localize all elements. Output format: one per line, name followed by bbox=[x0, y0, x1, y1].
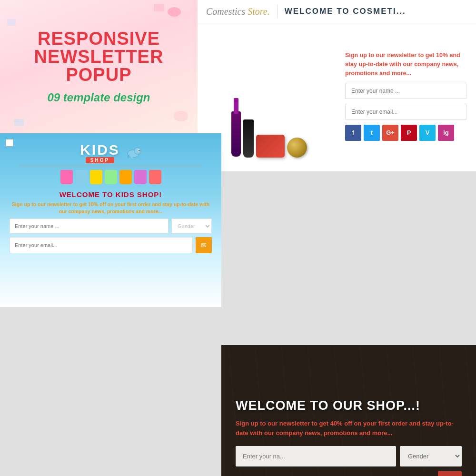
kids-form: Gender Male Female ✉ bbox=[10, 218, 212, 253]
social-facebook[interactable]: f bbox=[345, 125, 361, 141]
kids-submit-icon: ✉ bbox=[201, 241, 207, 249]
clothing-name-row: Gender Male Female bbox=[236, 446, 462, 466]
kids-bird-icon bbox=[125, 146, 141, 160]
kids-clothes-string bbox=[20, 166, 202, 166]
cosmetics-name-input[interactable] bbox=[345, 83, 466, 99]
kids-email-input[interactable] bbox=[10, 237, 193, 253]
kids-name-input[interactable] bbox=[10, 218, 169, 234]
social-google[interactable]: G+ bbox=[382, 125, 398, 141]
kids-logo-row: KIDS SHOP bbox=[80, 143, 141, 163]
svg-point-1 bbox=[134, 148, 141, 154]
kids-logo-text: KIDS SHOP bbox=[80, 143, 120, 163]
kids-clothes-line bbox=[10, 170, 212, 184]
cosmetics-body: Sign up to our newsletter to get 10% and… bbox=[198, 23, 476, 169]
kids-word: KIDS bbox=[80, 143, 120, 157]
clothing-form: Gender Male Female ✉ bbox=[236, 446, 462, 476]
clothes-item-1 bbox=[60, 170, 73, 184]
clothing-gender-select[interactable]: Gender Male Female bbox=[400, 446, 462, 466]
cosmetics-email-input[interactable] bbox=[345, 104, 466, 120]
product-palette bbox=[256, 135, 285, 158]
kids-inner: KIDS SHOP bbox=[0, 133, 221, 307]
product-mascara bbox=[231, 98, 241, 157]
social-instagram[interactable]: ig bbox=[438, 125, 454, 141]
clothing-name-input[interactable] bbox=[236, 446, 396, 466]
kids-close-checkbox[interactable] bbox=[6, 139, 13, 147]
social-pinterest[interactable]: P bbox=[401, 125, 417, 141]
kids-shop-panel: KIDS SHOP bbox=[0, 133, 221, 307]
kids-gender-select[interactable]: Gender Male Female bbox=[171, 218, 212, 234]
cosmetics-welcome-text: WELCOME TO COSMETI... bbox=[285, 7, 406, 16]
product-tube bbox=[243, 119, 254, 158]
clothing-desc: Sign up to our newsletter to get 40% off… bbox=[236, 419, 462, 437]
clothes-item-7 bbox=[149, 170, 161, 184]
clothes-item-5 bbox=[119, 170, 132, 184]
cosmetics-social-row: f t G+ P V ig bbox=[345, 125, 466, 141]
cosmetics-form: Sign up to our newsletter to get 10% and… bbox=[340, 23, 476, 169]
cosmetics-logo: Comestics Store. bbox=[206, 6, 270, 17]
clothes-item-4 bbox=[105, 170, 117, 184]
clothes-item-6 bbox=[134, 170, 147, 184]
kids-desc-text: Sign up to our newsletter to get 10% off… bbox=[10, 201, 212, 215]
clothing-submit-button[interactable]: ✉ bbox=[438, 471, 462, 476]
clothing-content: WELCOME TO OUR SHOP...! Sign up to our n… bbox=[221, 345, 476, 476]
banner-panel: RESPONSIVE NEWSLETTER POPUP 09 template … bbox=[0, 0, 198, 133]
banner-title-line2: NEWSLETTER POPUP bbox=[0, 48, 198, 84]
cosmetics-panel: Comestics Store. WELCOME TO COSMETI... bbox=[198, 0, 476, 171]
svg-point-3 bbox=[139, 150, 139, 151]
kids-name-row: Gender Male Female bbox=[10, 218, 212, 234]
kids-submit-button[interactable]: ✉ bbox=[196, 237, 212, 253]
kids-shop-badge: SHOP bbox=[86, 157, 114, 163]
clothes-item-2 bbox=[75, 170, 88, 184]
kids-email-row: ✉ bbox=[10, 237, 212, 253]
social-twitter[interactable]: t bbox=[364, 125, 380, 141]
cosmetics-divider bbox=[277, 5, 278, 18]
banner-title-line1: RESPONSIVE bbox=[38, 30, 160, 48]
clothing-shop-panel: WELCOME TO OUR SHOP...! Sign up to our n… bbox=[221, 345, 476, 476]
banner-subtitle: 09 template design bbox=[47, 91, 150, 104]
kids-welcome-title: WELCOME TO KIDS SHOP! bbox=[60, 190, 162, 198]
social-vimeo[interactable]: V bbox=[419, 125, 436, 141]
clothing-title: WELCOME TO OUR SHOP...! bbox=[236, 398, 462, 413]
product-sphere bbox=[287, 138, 307, 158]
cosmetics-logo-script: Store. bbox=[248, 6, 269, 17]
cosmetics-header: Comestics Store. WELCOME TO COSMETI... bbox=[198, 0, 476, 23]
cosmetics-signup-text: Sign up to our newsletter to get 10% and… bbox=[345, 51, 466, 78]
clothes-item-3 bbox=[90, 170, 102, 184]
cosmetics-products bbox=[231, 28, 307, 164]
